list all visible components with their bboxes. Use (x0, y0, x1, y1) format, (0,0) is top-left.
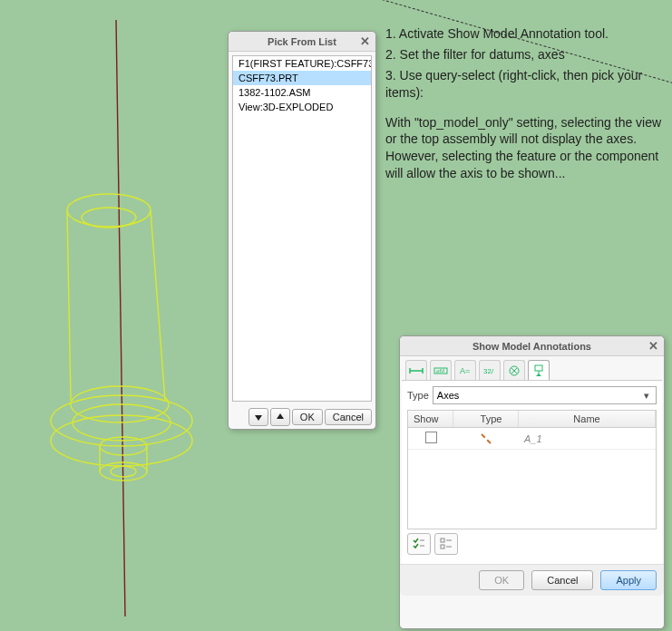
cancel-button[interactable]: Cancel (325, 409, 372, 425)
annotations-table: Show Type Name A_1 (407, 410, 657, 529)
deselect-all-button[interactable] (434, 533, 458, 555)
show-checkbox-cell[interactable] (408, 430, 453, 447)
note-icon: A= (458, 364, 472, 378)
table-row[interactable]: A_1 (408, 428, 656, 450)
close-icon[interactable]: ✕ (646, 339, 660, 354)
select-all-button[interactable] (407, 533, 431, 555)
select-toolstrip (407, 529, 657, 558)
type-label: Type (407, 390, 429, 401)
svg-point-1 (67, 194, 151, 227)
datum-icon (531, 364, 546, 378)
symbol-icon (507, 364, 521, 378)
svg-rect-19 (535, 365, 542, 371)
dimension-icon (409, 364, 424, 378)
instruction-step-2: 2. Set the filter for datums, axes (385, 46, 667, 63)
tab-gtol[interactable]: ⌀M (430, 360, 452, 380)
col-type[interactable]: Type (464, 411, 519, 427)
svg-text:32/: 32/ (483, 367, 494, 375)
cancel-button[interactable]: Cancel (531, 570, 593, 590)
svg-line-3 (67, 210, 71, 401)
annotations-footer: OK Cancel Apply (400, 564, 664, 596)
svg-rect-24 (441, 545, 444, 548)
pick-list-footer: OK Cancel (229, 405, 375, 429)
svg-text:⌀M: ⌀M (436, 368, 444, 374)
annotation-type-tabs: ⌀M A= 32/ (400, 356, 664, 380)
svg-point-12 (100, 462, 147, 481)
tab-dimension[interactable] (405, 360, 427, 380)
type-dropdown[interactable]: Axes ▾ (433, 386, 657, 404)
move-up-button[interactable] (270, 408, 290, 426)
arrow-down-icon (254, 413, 263, 422)
chevron-down-icon: ▾ (639, 390, 654, 402)
annotations-title-text: Show Model Annotations (472, 341, 591, 352)
pick-from-list-dialog: Pick From List ✕ F1(FIRST FEATURE):CSFF7… (228, 31, 376, 430)
checkbox[interactable] (425, 432, 437, 443)
instructions-text: 1. Activate Show Model Annotation tool. … (385, 25, 667, 186)
close-icon[interactable]: ✕ (357, 34, 372, 49)
table-header: Show Type Name (408, 411, 656, 428)
tab-symbol[interactable] (503, 360, 525, 380)
pick-item-first-feature[interactable]: F1(FIRST FEATURE):CSFF73 (233, 56, 371, 71)
type-cell (453, 436, 519, 442)
instruction-step-3: 3. Use query-select (right-click, then p… (385, 67, 667, 102)
pick-from-list-title-text: Pick From List (268, 36, 336, 47)
col-name[interactable]: Name (519, 411, 656, 427)
svg-line-4 (151, 210, 165, 401)
svg-point-13 (111, 466, 136, 477)
svg-rect-23 (441, 539, 444, 542)
surface-finish-icon: 32/ (482, 364, 497, 378)
svg-text:A=: A= (460, 366, 470, 375)
pick-item-view-3d-exploded[interactable]: View:3D-EXPLODED (233, 100, 371, 114)
tab-surface-finish[interactable]: 32/ (479, 360, 501, 380)
svg-point-5 (71, 386, 169, 422)
tab-note[interactable]: A= (454, 360, 476, 380)
pick-list[interactable]: F1(FIRST FEATURE):CSFF73 CSFF73.PRT 1382… (232, 55, 372, 402)
col-show[interactable]: Show (408, 411, 453, 427)
svg-point-7 (51, 415, 192, 466)
pick-from-list-title: Pick From List ✕ (229, 32, 375, 52)
svg-line-0 (116, 20, 125, 616)
name-cell: A_1 (519, 432, 656, 446)
tab-datum[interactable] (528, 360, 550, 380)
svg-point-6 (51, 395, 192, 446)
type-dropdown-value: Axes (437, 390, 459, 401)
svg-point-8 (73, 404, 170, 441)
show-model-annotations-dialog: Show Model Annotations ✕ ⌀M A= 32/ Type … (399, 335, 665, 629)
move-down-button[interactable] (248, 408, 268, 426)
instruction-paragraph: With "top_model_only" setting, selecting… (385, 114, 667, 183)
instruction-step-1: 1. Activate Show Model Annotation tool. (385, 25, 667, 43)
col-icon[interactable] (453, 411, 464, 427)
select-all-icon (412, 537, 426, 551)
deselect-all-icon (439, 537, 453, 551)
annotations-body: Type Axes ▾ Show Type Name A_1 (402, 380, 662, 564)
arrow-up-icon (276, 413, 285, 422)
svg-point-2 (82, 208, 136, 228)
svg-point-9 (100, 437, 147, 455)
axis-icon (481, 433, 491, 443)
gtol-icon: ⌀M (433, 364, 448, 378)
ok-button[interactable]: OK (292, 409, 323, 425)
apply-button[interactable]: Apply (600, 570, 657, 590)
pick-item-1382-1102-asm[interactable]: 1382-1102.ASM (233, 85, 371, 100)
ok-button[interactable]: OK (479, 570, 524, 590)
model-wireframe (0, 0, 236, 631)
pick-item-csff73-prt[interactable]: CSFF73.PRT (233, 71, 371, 85)
annotations-title: Show Model Annotations ✕ (400, 336, 664, 356)
